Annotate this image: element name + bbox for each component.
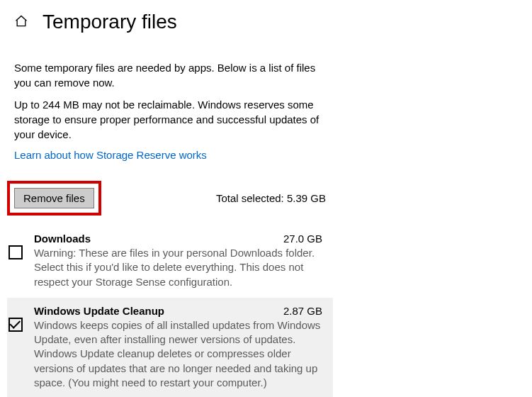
category-head: Windows Update Cleanup2.87 GB bbox=[34, 305, 322, 317]
page-title: Temporary files bbox=[43, 11, 177, 33]
file-category-row[interactable]: Windows Update Cleanup2.87 GBWindows kee… bbox=[7, 298, 333, 397]
category-checkbox[interactable] bbox=[9, 318, 23, 332]
home-icon[interactable] bbox=[14, 14, 28, 30]
intro-text: Some temporary files are needed by apps.… bbox=[14, 60, 326, 90]
remove-button-highlight: Remove files bbox=[7, 181, 101, 216]
page-header: Temporary files bbox=[0, 0, 532, 40]
reserve-note: Up to 244 MB may not be reclaimable. Win… bbox=[14, 97, 326, 142]
file-category-row[interactable]: Downloads27.0 GBWarning: These are files… bbox=[7, 225, 333, 298]
content-area: Some temporary files are needed by apps.… bbox=[0, 40, 340, 216]
remove-files-button[interactable]: Remove files bbox=[14, 188, 94, 208]
category-head: Downloads27.0 GB bbox=[34, 233, 322, 245]
total-selected-prefix: Total selected: bbox=[216, 192, 287, 204]
total-selected: Total selected: 5.39 GB bbox=[216, 192, 326, 204]
actions-row: Remove files Total selected: 5.39 GB bbox=[14, 181, 326, 216]
category-size: 27.0 GB bbox=[283, 233, 322, 245]
category-body: Downloads27.0 GBWarning: These are files… bbox=[34, 233, 322, 289]
category-description: Windows keeps copies of all installed up… bbox=[34, 318, 322, 390]
category-body: Windows Update Cleanup2.87 GBWindows kee… bbox=[34, 305, 322, 390]
file-category-list: Downloads27.0 GBWarning: These are files… bbox=[7, 225, 333, 397]
total-selected-value: 5.39 GB bbox=[287, 192, 326, 204]
category-title: Windows Update Cleanup bbox=[34, 305, 164, 317]
category-description: Warning: These are files in your persona… bbox=[34, 246, 322, 289]
category-title: Downloads bbox=[34, 233, 91, 245]
learn-storage-reserve-link[interactable]: Learn about how Storage Reserve works bbox=[14, 149, 207, 161]
category-size: 2.87 GB bbox=[283, 305, 322, 317]
category-checkbox[interactable] bbox=[9, 245, 23, 259]
